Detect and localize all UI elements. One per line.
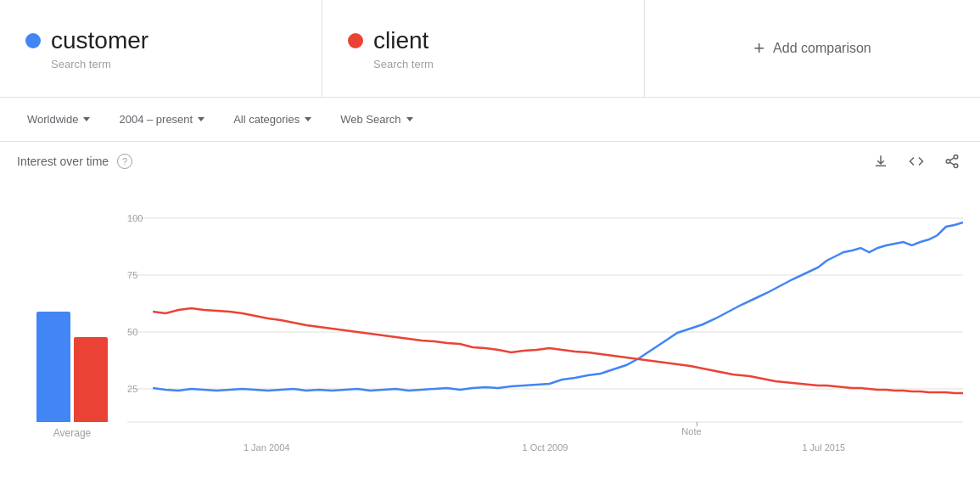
location-filter[interactable]: Worldwide <box>17 108 100 131</box>
x-label-0: 1 Jan 2004 <box>127 442 406 453</box>
filters-bar: Worldwide 2004 – present All categories … <box>0 98 980 142</box>
svg-line-4 <box>949 158 954 160</box>
svg-line-3 <box>949 162 954 165</box>
share-button[interactable] <box>941 150 963 172</box>
add-comparison-button[interactable]: + Add comparison <box>645 0 980 97</box>
line-chart-area: 100 75 50 25 Note <box>127 210 963 439</box>
chart-header: Interest over time ? <box>17 150 963 172</box>
term-card-client: client Search term <box>322 0 645 97</box>
chart-actions <box>870 150 963 172</box>
timerange-filter[interactable]: 2004 – present <box>109 108 215 131</box>
svg-point-0 <box>954 155 958 160</box>
chart-title-area: Interest over time ? <box>17 154 132 169</box>
category-filter[interactable]: All categories <box>223 108 322 131</box>
download-button[interactable] <box>870 150 892 172</box>
avg-bars: Average <box>17 210 127 439</box>
svg-text:75: 75 <box>127 270 137 280</box>
help-icon[interactable]: ? <box>117 154 132 169</box>
category-label: All categories <box>233 113 300 126</box>
svg-point-2 <box>954 164 958 168</box>
search-type-filter[interactable]: Web Search <box>330 108 423 131</box>
help-icon-label: ? <box>122 156 127 166</box>
header: customer Search term client Search term … <box>0 0 980 98</box>
term-type-customer: Search term <box>51 58 296 70</box>
svg-text:50: 50 <box>127 327 137 337</box>
svg-point-1 <box>946 160 950 164</box>
bar-client <box>74 337 108 422</box>
term-name-customer: customer <box>51 27 148 54</box>
avg-label: Average <box>53 427 91 439</box>
search-type-label: Web Search <box>340 113 400 126</box>
x-label-2: 1 Jul 2015 <box>685 442 963 453</box>
note-label: Note <box>681 426 701 436</box>
term-card-customer: customer Search term <box>0 0 322 97</box>
chevron-down-icon <box>305 117 311 121</box>
term-type-client: Search term <box>373 58 619 70</box>
line-customer <box>153 222 963 391</box>
download-icon <box>873 154 888 169</box>
line-chart-svg: 100 75 50 25 Note <box>127 210 963 439</box>
term-dot-customer <box>25 33 41 48</box>
chevron-down-icon <box>198 117 204 121</box>
bars-row <box>36 252 108 422</box>
chevron-down-icon <box>406 117 413 121</box>
term-dot-client <box>348 33 363 48</box>
embed-icon <box>909 154 924 169</box>
chart-title: Interest over time <box>17 155 109 168</box>
term-name-client: client <box>373 27 428 54</box>
chevron-down-icon <box>83 117 90 121</box>
svg-text:100: 100 <box>127 213 143 223</box>
add-comparison-label: Add comparison <box>773 41 871 56</box>
chart-container: Average 100 75 50 25 Note <box>17 176 963 439</box>
svg-text:25: 25 <box>127 384 137 394</box>
embed-button[interactable] <box>905 150 927 172</box>
x-label-1: 1 Oct 2009 <box>406 442 684 453</box>
timerange-label: 2004 – present <box>119 113 193 126</box>
plus-icon: + <box>753 37 764 59</box>
share-icon <box>944 154 960 169</box>
location-label: Worldwide <box>27 113 78 126</box>
chart-section: Interest over time ? <box>0 142 980 453</box>
x-labels: 1 Jan 2004 1 Oct 2009 1 Jul 2015 <box>17 439 963 453</box>
bar-customer <box>36 312 70 422</box>
